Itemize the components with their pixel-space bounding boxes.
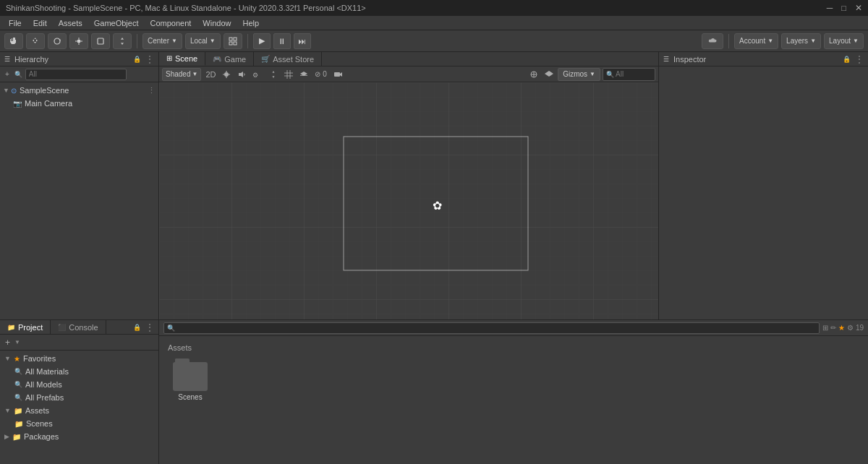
console-tab[interactable]: ⬛ Console bbox=[51, 320, 106, 334]
hierarchy-dots-icon[interactable]: ⋮ bbox=[145, 54, 154, 64]
scene-fx-btn[interactable]: ⚙ bbox=[250, 68, 265, 81]
project-tab-label: Project bbox=[18, 323, 43, 332]
gizmos-dropdown[interactable]: Gizmos ▼ bbox=[558, 68, 600, 81]
all-materials-item[interactable]: 🔍 All Materials bbox=[0, 365, 158, 378]
scene-lighting-btn[interactable] bbox=[220, 68, 233, 81]
rotate-tool-btn[interactable] bbox=[48, 33, 67, 49]
hierarchy-item-maincamera[interactable]: 📷 Main Camera bbox=[0, 97, 158, 110]
scenes-asset-item[interactable]: Scenes bbox=[165, 359, 216, 404]
menu-edit[interactable]: Edit bbox=[27, 17, 53, 29]
assets-panel: 🔍 ⊞ ✏ ★ ⚙ 19 Assets Scenes bbox=[159, 320, 868, 464]
scene-search-icon: 🔍 bbox=[606, 71, 614, 78]
hierarchy-add-btn[interactable]: + bbox=[3, 69, 12, 79]
panel-dots-icon[interactable]: ⋮ bbox=[145, 322, 154, 332]
scene-move-btn[interactable] bbox=[267, 68, 280, 81]
2d-btn[interactable]: 2D bbox=[203, 68, 218, 81]
scenes-tree-item[interactable]: 📁 Scenes bbox=[0, 417, 158, 430]
window-controls: ─ □ ✕ bbox=[827, 3, 862, 13]
play-btn[interactable]: ▶ bbox=[253, 33, 271, 49]
scene-crosshair-btn[interactable] bbox=[527, 68, 540, 81]
pause-btn[interactable]: ⏸ bbox=[273, 33, 291, 49]
separator-3 bbox=[728, 34, 729, 48]
assetstore-tab[interactable]: 🛒 Asset Store bbox=[254, 52, 322, 66]
scene-grid-btn[interactable] bbox=[282, 68, 295, 81]
assets-search-box: 🔍 bbox=[163, 322, 820, 334]
transform-tool-btn[interactable] bbox=[113, 33, 132, 49]
bottom-layout: 📁 Project ⬛ Console 🔒 ⋮ + ▼ ▼ ★ Favorite… bbox=[0, 319, 868, 464]
scene-audio-btn[interactable] bbox=[235, 68, 248, 81]
assets-toolbar: 🔍 ⊞ ✏ ★ ⚙ 19 bbox=[159, 320, 868, 336]
step-btn[interactable]: ⏭ bbox=[294, 33, 311, 49]
move-tool-btn[interactable] bbox=[26, 33, 45, 49]
menu-assets[interactable]: Assets bbox=[53, 17, 88, 29]
svg-rect-6 bbox=[98, 38, 103, 44]
assets-icon2[interactable]: ✏ bbox=[830, 324, 836, 332]
menu-help[interactable]: Help bbox=[237, 17, 265, 29]
scene-view[interactable]: ✿ bbox=[159, 82, 658, 319]
hierarchy-search-input[interactable] bbox=[25, 69, 127, 80]
menu-component[interactable]: Component bbox=[144, 17, 197, 29]
minimize-btn[interactable]: ─ bbox=[827, 3, 833, 13]
center-panel: ⊞ Scene 🎮 Game 🛒 Asset Store Shaded ▼ 2D bbox=[159, 52, 658, 319]
svg-point-12 bbox=[224, 72, 229, 77]
scene-search-input[interactable] bbox=[616, 70, 652, 78]
assets-tree-label: Assets bbox=[25, 406, 49, 415]
menu-file[interactable]: File bbox=[3, 17, 27, 29]
scene-layers-icon bbox=[542, 68, 556, 81]
cloud-btn[interactable] bbox=[702, 33, 723, 49]
panel-lock-icon[interactable]: 🔒 bbox=[133, 324, 141, 331]
inspector-header: ☰ Inspector 🔒 ⋮ bbox=[659, 52, 868, 66]
hierarchy-toolbar: + 🔍 bbox=[0, 66, 158, 82]
all-prefabs-label: All Prefabs bbox=[25, 393, 64, 402]
scene-grid-svg: ✿ bbox=[159, 82, 658, 319]
account-btn[interactable]: Account ▼ bbox=[734, 33, 778, 49]
space-toggle-btn[interactable]: Local ▼ bbox=[185, 33, 221, 49]
menu-gameobject[interactable]: GameObject bbox=[88, 17, 145, 29]
scene-cam-btn[interactable] bbox=[331, 68, 344, 81]
inspector-dots-icon[interactable]: ⋮ bbox=[855, 54, 864, 64]
layout-btn[interactable]: Layout ▼ bbox=[824, 33, 864, 49]
scene-layer-btn[interactable] bbox=[297, 68, 310, 81]
grid-snap-btn[interactable] bbox=[224, 33, 242, 49]
search-icon: 🔍 bbox=[14, 71, 22, 78]
title-text: ShinkanShooting - SampleScene - PC, Mac … bbox=[6, 4, 366, 12]
scale-tool-btn[interactable] bbox=[69, 33, 88, 49]
all-models-search-icon: 🔍 bbox=[14, 381, 22, 388]
hierarchy-content: ▼ ⊙ SampleScene ⋮ 📷 Main Camera bbox=[0, 82, 158, 319]
maximize-btn[interactable]: □ bbox=[841, 4, 846, 12]
menu-window[interactable]: Window bbox=[197, 17, 237, 29]
assets-tree-arrow: ▼ bbox=[4, 407, 11, 414]
pivot-toggle-btn[interactable]: Center ▼ bbox=[142, 33, 182, 49]
close-btn[interactable]: ✕ bbox=[855, 3, 862, 13]
svg-text:✿: ✿ bbox=[433, 199, 442, 212]
hierarchy-panel: ☰ Hierarchy 🔒 ⋮ + 🔍 ▼ ⊙ SampleScene ⋮ 📷 … bbox=[0, 52, 159, 319]
game-tab[interactable]: 🎮 Game bbox=[205, 52, 254, 66]
main-layout: ☰ Hierarchy 🔒 ⋮ + 🔍 ▼ ⊙ SampleScene ⋮ 📷 … bbox=[0, 52, 868, 319]
assets-search-input[interactable] bbox=[176, 324, 816, 332]
hand-tool-btn[interactable] bbox=[4, 33, 23, 49]
all-models-label: All Models bbox=[25, 380, 62, 389]
packages-tree-item[interactable]: ▶ 📁 Packages bbox=[0, 430, 158, 443]
assets-icon1[interactable]: ⊞ bbox=[822, 324, 828, 332]
project-add-btn[interactable]: + bbox=[3, 337, 12, 348]
assets-tree-item[interactable]: ▼ 📁 Assets bbox=[0, 404, 158, 417]
favorites-label: Favorites bbox=[23, 354, 56, 363]
samplescene-menu-icon[interactable]: ⋮ bbox=[148, 86, 156, 95]
project-tab[interactable]: 📁 Project bbox=[0, 320, 51, 334]
assets-icon3[interactable]: ★ bbox=[838, 324, 845, 332]
shading-dropdown[interactable]: Shaded ▼ bbox=[162, 68, 201, 81]
hierarchy-item-samplescene[interactable]: ▼ ⊙ SampleScene ⋮ bbox=[0, 84, 158, 97]
rect-tool-btn[interactable] bbox=[91, 33, 110, 49]
svg-rect-1 bbox=[77, 40, 80, 43]
layers-btn[interactable]: Layers ▼ bbox=[781, 33, 821, 49]
inspector-lock-icon[interactable]: 🔒 bbox=[843, 56, 851, 63]
all-models-item[interactable]: 🔍 All Models bbox=[0, 378, 158, 391]
svg-rect-10 bbox=[229, 42, 232, 45]
favorites-item[interactable]: ▼ ★ Favorites bbox=[0, 352, 158, 365]
inspector-content bbox=[659, 66, 868, 319]
maincamera-label: Main Camera bbox=[25, 99, 72, 108]
svg-marker-24 bbox=[300, 72, 307, 76]
all-prefabs-item[interactable]: 🔍 All Prefabs bbox=[0, 391, 158, 404]
scene-tab[interactable]: ⊞ Scene bbox=[159, 52, 205, 66]
all-materials-label: All Materials bbox=[25, 367, 69, 376]
